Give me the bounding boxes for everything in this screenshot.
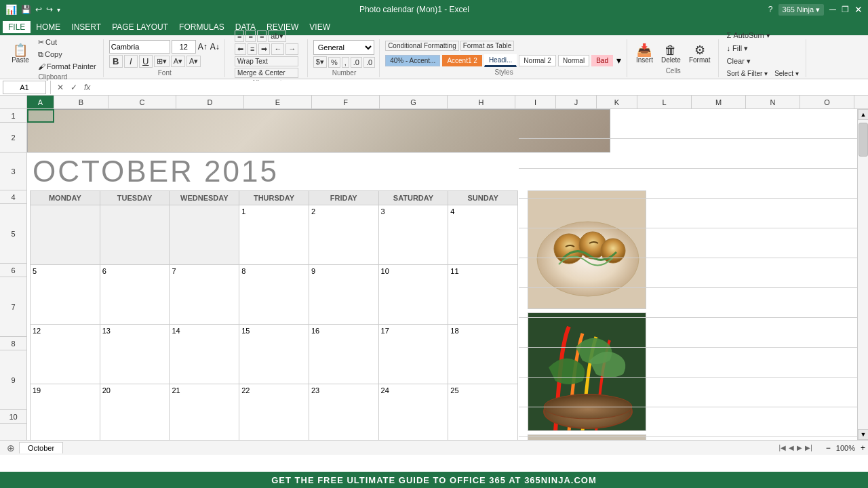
cal-day-4[interactable]: 4: [448, 205, 517, 264]
ninja-button[interactable]: 365 Ninja ▾: [778, 4, 825, 16]
row-header-2[interactable]: 2: [0, 123, 26, 152]
paste-button[interactable]: 📋 Paste: [7, 42, 34, 66]
menu-page-layout[interactable]: PAGE LAYOUT: [106, 21, 174, 33]
orientation-button[interactable]: ab▾: [268, 30, 285, 42]
menu-formulas[interactable]: FORMULAS: [174, 21, 230, 33]
col-header-m[interactable]: M: [692, 96, 746, 108]
format-as-table-button[interactable]: Format as Table: [460, 41, 515, 51]
cancel-formula-button[interactable]: ✕: [55, 83, 66, 92]
cal-day-14[interactable]: 14: [170, 325, 239, 384]
wrap-text-button[interactable]: Wrap Text: [235, 56, 298, 66]
col-header-d[interactable]: D: [176, 96, 244, 108]
font-name-input[interactable]: [109, 40, 170, 54]
tab-scroll-last[interactable]: ▶|: [805, 444, 812, 451]
cal-day-2[interactable]: 2: [309, 205, 379, 264]
vertical-scrollbar[interactable]: ▲ ▼: [857, 109, 868, 440]
col-header-o[interactable]: O: [800, 96, 854, 108]
copy-button[interactable]: ⧉ Copy: [35, 49, 99, 60]
col-header-i[interactable]: I: [515, 96, 556, 108]
row-header-3[interactable]: 3: [0, 152, 26, 190]
cal-day-20[interactable]: 20: [100, 384, 170, 440]
menu-home[interactable]: HOME: [31, 21, 66, 33]
style-normal2[interactable]: Normal 2: [519, 55, 556, 66]
align-right-button[interactable]: ➡: [258, 43, 270, 55]
col-header-e[interactable]: E: [244, 96, 312, 108]
scroll-down-button[interactable]: ▼: [858, 429, 868, 440]
quick-access-undo[interactable]: ↩: [35, 5, 42, 14]
help-button[interactable]: ?: [768, 5, 773, 14]
col-header-p[interactable]: P: [854, 96, 868, 108]
cell-a1[interactable]: [27, 109, 54, 123]
cal-day-12[interactable]: 12: [31, 325, 100, 384]
fill-button[interactable]: ↓ Fill ▾: [724, 43, 802, 54]
bold-button[interactable]: B: [109, 55, 123, 68]
font-size-up[interactable]: A↑: [197, 41, 208, 52]
percent-button[interactable]: %: [328, 57, 340, 68]
align-top-right[interactable]: ≡: [257, 30, 267, 42]
cal-day-13[interactable]: 13: [100, 325, 170, 384]
formula-input[interactable]: [95, 81, 865, 94]
row-header-1[interactable]: 1: [0, 109, 26, 123]
menu-insert[interactable]: INSERT: [66, 21, 106, 33]
minimize-button[interactable]: ─: [829, 4, 836, 15]
sheet-tab-1[interactable]: October: [19, 442, 63, 453]
cal-day-3[interactable]: 3: [379, 205, 449, 264]
format-button[interactable]: ⚙ Format: [686, 42, 714, 66]
styles-more-button[interactable]: ▾: [615, 54, 623, 67]
cal-day-empty-2[interactable]: [100, 205, 170, 264]
clear-button[interactable]: Clear ▾: [724, 56, 802, 67]
cal-day-10[interactable]: 10: [379, 265, 449, 324]
style-accent1-2[interactable]: Accent1 2: [442, 55, 481, 66]
tab-scroll-right[interactable]: ▶: [797, 444, 802, 451]
style-heading[interactable]: Headi...: [484, 54, 517, 67]
row-header-4[interactable]: 4: [0, 190, 26, 204]
add-sheet-button[interactable]: ⊕: [3, 441, 19, 455]
indent-increase-button[interactable]: →: [285, 43, 298, 55]
autosum-button[interactable]: Σ AutoSum ▾: [724, 30, 802, 41]
scroll-up-button[interactable]: ▲: [858, 109, 868, 120]
col-header-h[interactable]: H: [448, 96, 515, 108]
col-header-c[interactable]: C: [108, 96, 176, 108]
confirm-formula-button[interactable]: ✓: [68, 83, 79, 92]
cal-day-9[interactable]: 9: [309, 265, 379, 324]
indent-decrease-button[interactable]: ←: [271, 43, 284, 55]
font-size-input[interactable]: [172, 40, 196, 54]
borders-button[interactable]: ⊞▾: [154, 56, 170, 67]
delete-button[interactable]: 🗑 Delete: [658, 42, 684, 66]
zoom-in-button[interactable]: +: [861, 443, 865, 453]
cal-day-18[interactable]: 18: [448, 325, 517, 384]
col-header-b[interactable]: B: [54, 96, 108, 108]
insert-function-button[interactable]: fx: [82, 83, 92, 92]
col-header-l[interactable]: L: [637, 96, 692, 108]
tab-scroll-left[interactable]: ◀: [789, 444, 794, 451]
style-bad[interactable]: Bad: [591, 55, 613, 66]
menu-file[interactable]: FILE: [3, 21, 31, 33]
cell-reference-box[interactable]: [3, 81, 46, 94]
cal-day-19[interactable]: 19: [31, 384, 100, 440]
cal-day-15[interactable]: 15: [239, 325, 309, 384]
underline-button[interactable]: U: [139, 55, 153, 68]
align-left-button[interactable]: ⬅: [235, 43, 246, 55]
col-header-n[interactable]: N: [746, 96, 800, 108]
cal-day-23[interactable]: 23: [309, 384, 379, 440]
currency-button[interactable]: $▾: [313, 56, 327, 68]
quick-access-redo[interactable]: ↪: [46, 5, 53, 14]
merge-center-button[interactable]: Merge & Center: [235, 68, 298, 78]
cal-day-24[interactable]: 24: [379, 384, 449, 440]
row-header-11[interactable]: 11: [0, 424, 26, 440]
cal-day-11[interactable]: 11: [448, 265, 517, 324]
align-center-button[interactable]: ≡: [248, 43, 257, 55]
restore-button[interactable]: ❐: [842, 5, 849, 14]
cal-day-7[interactable]: 7: [170, 265, 239, 324]
cal-day-6[interactable]: 6: [100, 265, 170, 324]
tab-scroll-first[interactable]: |◀: [779, 444, 787, 451]
cal-day-16[interactable]: 16: [309, 325, 379, 384]
cal-day-21[interactable]: 21: [170, 384, 239, 440]
col-header-a[interactable]: A: [27, 96, 54, 108]
font-size-down[interactable]: A↓: [210, 41, 220, 52]
fill-color-button[interactable]: A▾: [171, 56, 185, 67]
cut-button[interactable]: ✂ Cut: [35, 37, 99, 48]
scroll-thumb[interactable]: [859, 123, 868, 157]
quick-access-save[interactable]: 💾: [21, 5, 31, 14]
italic-button[interactable]: I: [124, 55, 138, 68]
